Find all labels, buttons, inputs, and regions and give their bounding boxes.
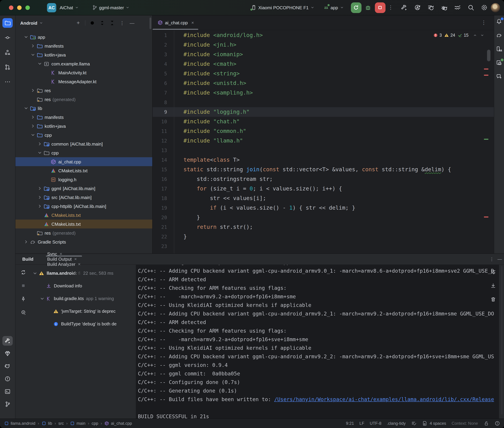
- editor-code-area[interactable]: 1#include <android/log.h>2#include <jni.…: [153, 31, 494, 254]
- build-tree-item[interactable]: llama.android: fi22 sec, 583 ms: [31, 267, 136, 280]
- console-link[interactable]: /Users/hanyin/Workspace/ai-chat/examples…: [274, 396, 494, 403]
- minimize-window-button[interactable]: [17, 5, 22, 10]
- build-tree-item[interactable]: build.gradle.ktsapp 1 warning: [31, 292, 136, 305]
- tree-item-logging-h[interactable]: logging.h: [16, 175, 152, 184]
- status-run-context[interactable]: Context: None: [452, 421, 478, 426]
- build-tab-build-analyzer[interactable]: Build Analyzer✕: [42, 262, 85, 267]
- expand-all-icon[interactable]: [99, 20, 105, 26]
- tool-strip-gradle[interactable]: [494, 31, 504, 40]
- editor-scrollbar[interactable]: [487, 50, 490, 61]
- tree-item-res[interactable]: res(generated): [16, 95, 152, 104]
- project-selector[interactable]: AiChat: [57, 3, 82, 12]
- editor-tabs-menu[interactable]: ⋮: [478, 19, 489, 26]
- tool-strip-device-manager[interactable]: [494, 44, 504, 54]
- avatar[interactable]: [491, 3, 500, 12]
- more-run-options-menu[interactable]: ⋮: [385, 4, 396, 11]
- tree-item-messageadapter-kt[interactable]: MessageAdapter.kt: [16, 77, 152, 86]
- collapse-all-icon[interactable]: [109, 20, 115, 26]
- tool-strip-commit[interactable]: [2, 33, 13, 42]
- breadcrumb-ai-chat-cpp[interactable]: ai_chat.cpp: [104, 421, 132, 426]
- console-scrollbar[interactable]: [501, 266, 502, 414]
- tool-strip-structure[interactable]: [2, 48, 13, 57]
- select-opened-file-icon[interactable]: [89, 20, 95, 26]
- attach-debugger-icon[interactable]: [439, 2, 449, 13]
- run-config-selector[interactable]: app: [321, 3, 347, 12]
- tree-item-src[interactable]: src[AiChat.lib.main]: [16, 193, 152, 202]
- status-indent-config[interactable]: 4 spaces: [422, 421, 446, 426]
- device-selector[interactable]: Xiaomi POCOPHONE F1: [248, 3, 317, 12]
- tool-strip-gemini[interactable]: [494, 72, 504, 81]
- stripe-mark[interactable]: [484, 75, 488, 76]
- scroll-to-end-icon[interactable]: [489, 281, 498, 290]
- hide-build-panel-button[interactable]: —: [497, 256, 502, 262]
- tree-item-ggml[interactable]: ggml[AiChat.lib.main]: [16, 184, 152, 193]
- build-icon[interactable]: [399, 2, 409, 13]
- next-issue-icon[interactable]: [480, 33, 484, 37]
- project-options-menu[interactable]: ⋮: [119, 20, 125, 26]
- tree-item-res[interactable]: res(generated): [16, 229, 152, 237]
- stripe-mark[interactable]: [484, 68, 488, 70]
- tree-item-cpp[interactable]: cpp: [16, 148, 152, 157]
- tool-strip-more-tool-windows[interactable]: [2, 77, 13, 87]
- tree-item-manifests[interactable]: manifests: [16, 113, 152, 122]
- tree-item-ai-chat-cpp[interactable]: ai_chat.cpp: [16, 157, 152, 166]
- tree-item-app[interactable]: app: [16, 33, 152, 41]
- soft-wrap-icon[interactable]: [489, 268, 498, 276]
- status-read-write-status[interactable]: [483, 421, 489, 426]
- tree-item-cmakelists-txt[interactable]: CMakeLists.txt: [16, 220, 152, 229]
- zoom-window-button[interactable]: [25, 5, 30, 10]
- build-tree-item[interactable]: 'jvmTarget: String' is deprec: [31, 305, 136, 318]
- tree-item-kotlin-java[interactable]: kotlin+java: [16, 122, 152, 131]
- tree-item-kotlin-java[interactable]: kotlin+java: [16, 50, 152, 59]
- breadcrumb-lib[interactable]: lib: [42, 421, 52, 426]
- search-everywhere-icon[interactable]: [466, 2, 476, 13]
- pin-icon[interactable]: [18, 294, 28, 304]
- settings-icon[interactable]: [479, 2, 489, 13]
- breadcrumb-llama-android[interactable]: llama.android: [4, 421, 35, 426]
- build-tree-item[interactable]: Download info: [31, 280, 136, 292]
- rerun-button[interactable]: [351, 2, 361, 13]
- tree-item-res[interactable]: res: [16, 86, 152, 95]
- tool-strip-running-devices[interactable]: [494, 58, 504, 67]
- status-highlighting-level[interactable]: [494, 421, 500, 426]
- project-view-selector[interactable]: Android: [20, 20, 43, 25]
- build-tab-build-output[interactable]: Build Output✕: [42, 256, 85, 262]
- tool-strip-logcat[interactable]: [2, 361, 13, 371]
- breadcrumb-cpp[interactable]: cpp: [92, 421, 98, 426]
- tree-item-common[interactable]: common[AiChat.lib.main]: [16, 140, 152, 148]
- close-tab-icon[interactable]: ✕: [74, 257, 77, 261]
- status-caret-position[interactable]: 9:21: [346, 421, 354, 426]
- inspections-widget[interactable]: 3 24 15: [431, 32, 486, 39]
- rerun-tasks-icon[interactable]: [426, 2, 436, 13]
- tree-item-lib[interactable]: lib: [16, 104, 152, 113]
- tool-strip-build[interactable]: [2, 336, 13, 346]
- breadcrumb-src[interactable]: src: [58, 421, 64, 426]
- tree-item-cpp[interactable]: cpp: [16, 131, 152, 140]
- status-formatter[interactable]: [411, 421, 417, 426]
- tool-strip-pull-requests[interactable]: [2, 62, 13, 72]
- build-tree-item[interactable]: BuildType 'debug' is both de: [31, 318, 136, 330]
- tree-item-mainactivity-kt[interactable]: MainActivity.kt: [16, 68, 152, 77]
- breadcrumb-main[interactable]: main: [70, 421, 85, 426]
- branch-selector[interactable]: ggml-master: [89, 3, 133, 12]
- stripe-mark[interactable]: [484, 216, 488, 217]
- build-panel-options-menu[interactable]: ⋮: [490, 256, 494, 262]
- status-line-separator[interactable]: LF: [359, 421, 364, 426]
- tab-ai-chat-cpp[interactable]: ai_chat.cpp ✕: [153, 16, 198, 30]
- stop-disabled-icon[interactable]: [18, 281, 28, 290]
- tree-item-cmakelists-txt[interactable]: CMakeLists.txt: [16, 211, 152, 220]
- hide-panel-button[interactable]: —: [129, 20, 135, 26]
- build-console[interactable]: C/C++: -- Using KleidiAI optimized kerne…: [136, 265, 499, 419]
- tool-strip-notifications[interactable]: [494, 17, 504, 26]
- tool-strip-terminal[interactable]: [2, 387, 13, 396]
- tree-item-com-example-llama[interactable]: com.example.llama: [16, 59, 152, 68]
- close-window-button[interactable]: [9, 5, 13, 10]
- view-options-icon[interactable]: [18, 308, 28, 317]
- tool-strip-problems[interactable]: [2, 374, 13, 383]
- add-button[interactable]: +: [75, 20, 81, 26]
- tree-item-cmakelists-txt[interactable]: CMakeLists.txt: [16, 166, 152, 175]
- tree-item-gradle-scripts[interactable]: Gradle Scripts: [16, 237, 152, 246]
- status-clang-tidy[interactable]: .clang-tidy: [387, 421, 406, 426]
- tool-strip-project[interactable]: [2, 18, 13, 28]
- profiler-icon[interactable]: [452, 2, 462, 13]
